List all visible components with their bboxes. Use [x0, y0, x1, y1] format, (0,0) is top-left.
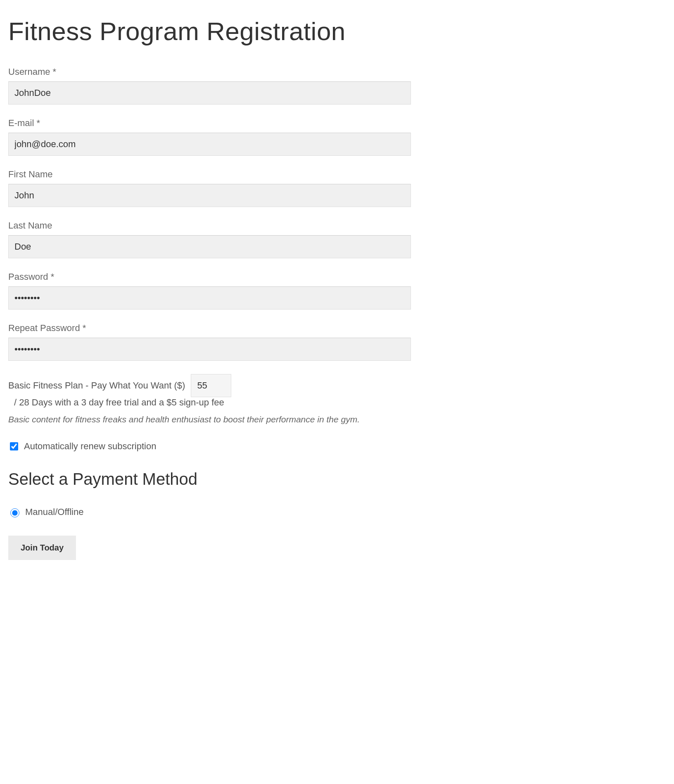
autorenew-row[interactable]: Automatically renew subscription — [8, 441, 411, 452]
username-label: Username * — [8, 67, 411, 77]
payment-heading: Select a Payment Method — [8, 470, 411, 489]
password-input[interactable] — [8, 286, 411, 310]
payment-option-label: Manual/Offline — [25, 507, 83, 517]
autorenew-label: Automatically renew subscription — [24, 441, 156, 452]
email-input[interactable] — [8, 133, 411, 156]
email-label: E-mail * — [8, 118, 411, 129]
first-name-label: First Name — [8, 169, 411, 180]
field-password: Password * — [8, 272, 411, 310]
username-input[interactable] — [8, 81, 411, 105]
submit-button[interactable]: Join Today — [8, 536, 76, 560]
first-name-input[interactable] — [8, 184, 411, 207]
registration-form: Username * E-mail * First Name Last Name… — [8, 67, 411, 560]
field-username: Username * — [8, 67, 411, 105]
page-title: Fitness Program Registration — [8, 17, 666, 46]
password-label: Password * — [8, 272, 411, 282]
payment-radio-manual[interactable] — [10, 508, 19, 517]
repeat-password-label: Repeat Password * — [8, 323, 411, 334]
repeat-password-input[interactable] — [8, 338, 411, 361]
last-name-label: Last Name — [8, 220, 411, 231]
field-repeat-password: Repeat Password * — [8, 323, 411, 361]
plan-after-text: / 28 Days with a 3 day free trial and a … — [14, 397, 224, 408]
payment-option-manual[interactable]: Manual/Offline — [8, 507, 411, 517]
plan-row: Basic Fitness Plan - Pay What You Want (… — [8, 374, 411, 408]
plan-price-input[interactable] — [191, 374, 231, 397]
field-last-name: Last Name — [8, 220, 411, 258]
plan-description: Basic content for fitness freaks and hea… — [8, 415, 411, 424]
autorenew-checkbox[interactable] — [10, 442, 18, 450]
last-name-input[interactable] — [8, 235, 411, 258]
field-first-name: First Name — [8, 169, 411, 207]
field-email: E-mail * — [8, 118, 411, 156]
plan-before-text: Basic Fitness Plan - Pay What You Want (… — [8, 380, 185, 391]
